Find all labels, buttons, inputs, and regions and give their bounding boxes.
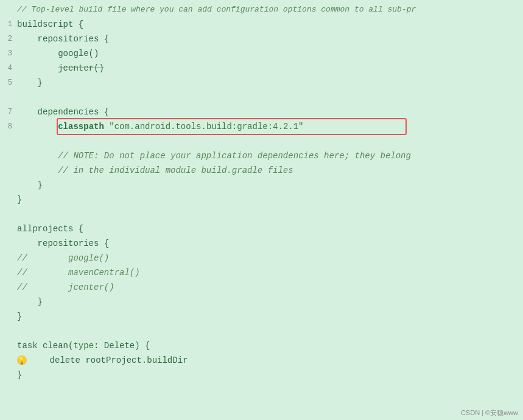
code-line-13: }: [0, 192, 523, 207]
line-number-3: 3: [0, 49, 12, 58]
line-text-1: buildscript {: [17, 18, 523, 31]
code-line-7: 7 dependencies {: [0, 105, 523, 119]
code-line-12: }: [0, 178, 523, 192]
code-line-8: 8 classpath "com.android.tools.build:gra…: [0, 119, 523, 134]
line-text-24: delete rootProject.buildDir: [29, 354, 188, 367]
line-text-7: dependencies {: [17, 105, 523, 119]
code-line-21: }: [0, 309, 523, 324]
top-comment-line: // Top-level build file where you can ad…: [0, 2, 523, 17]
line-number-4: 4: [0, 64, 12, 72]
line-text-8: classpath "com.android.tools.build:gradl…: [17, 120, 523, 133]
watermark: CSDN | ©安稳www: [461, 408, 518, 418]
top-comment-text: // Top-level build file where you can ad…: [17, 3, 523, 16]
line-text-12: }: [17, 178, 523, 192]
code-editor: // Top-level build file where you can ad…: [0, 0, 523, 420]
code-line-15: allprojects {: [0, 222, 523, 236]
code-line-24: 💡 delete rootProject.buildDir: [0, 353, 523, 368]
line-text-2: repositories {: [17, 32, 523, 46]
line-text-blank-1: [17, 91, 523, 104]
line-text-16: repositories {: [17, 237, 523, 250]
code-line-blank-2: [0, 134, 523, 149]
line-text-3: google(): [17, 47, 523, 60]
line-text-13: }: [17, 193, 523, 206]
line-text-blank-2: [17, 135, 523, 148]
line-number-5: 5: [0, 79, 12, 87]
line-text-21: }: [17, 310, 523, 323]
line-text-10: // NOTE: Do not place your application d…: [17, 149, 523, 163]
code-line-20: }: [0, 295, 523, 309]
code-line-3: 3 google(): [0, 46, 523, 61]
code-line-19: // jcenter(): [0, 280, 523, 295]
code-line-blank-4: [0, 324, 523, 338]
line-text-19: // jcenter(): [17, 281, 523, 294]
line-text-23: task clean(type: Delete) {: [17, 339, 523, 352]
code-line-10: // NOTE: Do not place your application d…: [0, 149, 523, 163]
code-line-5: 5 }: [0, 75, 523, 90]
line-number-8: 8: [0, 122, 12, 131]
line-text-11: // in the individual module build.gradle…: [17, 164, 523, 177]
line-text-blank-3: [17, 208, 523, 221]
line-text-5: }: [17, 76, 523, 89]
code-line-23: task clean(type: Delete) {: [0, 338, 523, 353]
code-line-1: 1 buildscript {: [0, 17, 523, 32]
code-line-25: }: [0, 368, 523, 382]
line-number-2: 2: [0, 35, 12, 43]
line-text-blank-4: [17, 324, 523, 338]
code-line-blank-1: [0, 90, 523, 105]
line-text-20: }: [17, 295, 523, 309]
code-line-blank-3: [0, 207, 523, 222]
code-line-16: repositories {: [0, 236, 523, 251]
code-line-4: 4 jcenter(): [0, 61, 523, 75]
line-text-4: jcenter(): [17, 61, 523, 75]
line-text-17: // google(): [17, 251, 523, 265]
lightbulb-icon: 💡: [17, 355, 27, 365]
line-text-18: // mavenCentral(): [17, 266, 523, 279]
line-text-25: }: [17, 368, 523, 382]
line-number-7: 7: [0, 108, 12, 116]
line-text-15: allprojects {: [17, 222, 523, 236]
code-line-17: // google(): [0, 251, 523, 265]
code-line-18: // mavenCentral(): [0, 265, 523, 280]
code-line-11: // in the individual module build.gradle…: [0, 163, 523, 178]
code-line-2: 2 repositories {: [0, 32, 523, 46]
line-number-1: 1: [0, 20, 12, 29]
